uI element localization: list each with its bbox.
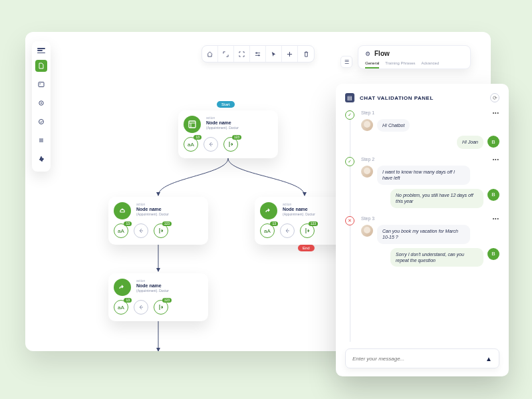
node-kind: action (283, 202, 315, 206)
node-main-icon (260, 202, 277, 219)
chip-badge: 13 (124, 221, 132, 226)
step-status-ok-icon: ✓ (345, 157, 354, 166)
tab-advanced[interactable]: Advanced (422, 61, 440, 68)
tab-training-phrases[interactable]: Training Phrases (385, 61, 415, 68)
node-subtitle: (Appointment). Doctor (206, 126, 239, 130)
refresh-icon[interactable]: ⟳ (490, 93, 499, 102)
svg-point-0 (256, 52, 257, 53)
flow-shortcut-icon[interactable]: ☰ (340, 56, 352, 68)
flow-node[interactable]: action Node name (Appointment). Doctor a… (178, 110, 278, 158)
node-chip-in[interactable] (134, 223, 148, 238)
svg-rect-3 (39, 82, 44, 87)
node-chip-out[interactable]: 123 (300, 223, 315, 238)
sidebar-item-file[interactable] (35, 60, 47, 72)
chat-panel-title: CHAT VALIDATION PANEL (360, 95, 485, 101)
chip-badge: 123 (162, 298, 172, 303)
node-subtitle: (Appointment). Doctor (136, 212, 169, 216)
tag-end: End (298, 245, 315, 251)
bot-message: HI Joan (457, 136, 483, 148)
node-title: Node name (206, 120, 239, 125)
step-status-ok-icon: ✓ (345, 110, 354, 120)
bot-avatar: B (487, 189, 499, 201)
chip-badge: 13 (270, 221, 278, 226)
node-kind: action (136, 202, 169, 206)
flow-node[interactable]: action Node name (Appointment). Doctor a… (108, 197, 208, 245)
tab-general[interactable]: General (365, 61, 379, 68)
tool-settings[interactable] (250, 46, 266, 62)
chip-badge: 13 (194, 135, 201, 140)
sidebar-item-target[interactable] (35, 97, 47, 109)
tool-delete[interactable] (298, 46, 314, 62)
flow-node[interactable]: action Node name (Appointment). Doctor a… (108, 273, 208, 321)
step-label: Step 2 (361, 157, 374, 162)
svg-point-6 (41, 102, 42, 104)
chat-input[interactable] (352, 356, 480, 362)
chat-step: ✓ Step 1••• HI Chatbot HI JoanB (345, 106, 499, 153)
tool-add[interactable] (282, 46, 298, 62)
flow-title: Flow (374, 50, 390, 57)
tool-fullscreen[interactable] (234, 46, 250, 62)
user-avatar (361, 119, 373, 131)
gear-icon[interactable]: ⚙ (365, 51, 370, 57)
sidebar-item-plugin[interactable] (35, 153, 47, 165)
chat-step: ✕ Step 3••• Can you book my vacation for… (345, 212, 499, 271)
sidebar-item-image[interactable] (35, 78, 47, 90)
step-more[interactable]: ••• (493, 110, 499, 115)
node-kind: action (136, 279, 169, 283)
step-more[interactable]: ••• (493, 157, 499, 162)
chat-composer: ▲ (345, 348, 499, 368)
user-avatar (361, 225, 373, 237)
node-chip-text[interactable]: aA13 (114, 223, 128, 238)
node-title: Node name (136, 207, 169, 211)
node-title: Node name (283, 207, 315, 211)
svg-point-4 (40, 83, 41, 84)
node-chip-in[interactable] (280, 223, 295, 238)
chip-badge: 13 (124, 298, 132, 303)
node-chip-out[interactable]: 123 (154, 223, 168, 238)
node-main-icon (114, 279, 131, 296)
node-chip-in[interactable] (203, 137, 218, 152)
tool-home[interactable] (202, 46, 218, 62)
chip-badge: 123 (232, 135, 241, 140)
menu-icon[interactable] (37, 48, 45, 53)
bot-avatar: B (487, 136, 499, 148)
node-chip-text[interactable]: aA13 (184, 137, 198, 152)
sidebar-item-check[interactable] (35, 116, 47, 128)
user-message: HI Chatbot (377, 119, 410, 132)
svg-rect-2 (189, 121, 196, 128)
step-more[interactable]: ••• (493, 216, 499, 221)
user-message: Can you book my vacation for March 10-15… (377, 225, 470, 244)
node-chip-out[interactable]: 123 (154, 300, 168, 315)
bot-message: No problem, you still have 12 days off t… (390, 189, 483, 208)
flow-setting-card: ⚙ Flow General Training Phrases Advanced (358, 45, 471, 69)
svg-point-7 (39, 120, 44, 124)
user-message: I want to know how many days off I have … (377, 166, 470, 185)
user-avatar (361, 166, 373, 178)
node-subtitle: (Appointment). Doctor (136, 289, 169, 293)
step-status-error-icon: ✕ (345, 216, 354, 225)
send-icon[interactable]: ▲ (485, 355, 492, 362)
svg-point-1 (258, 55, 259, 56)
node-main-icon (184, 116, 201, 133)
step-label: Step 1 (361, 110, 374, 115)
left-sidebar (32, 41, 51, 172)
node-chip-in[interactable] (134, 300, 148, 315)
flow-tabs: General Training Phrases Advanced (365, 61, 464, 68)
chip-badge: 123 (162, 221, 172, 226)
tool-expand[interactable] (218, 46, 234, 62)
node-kind: action (206, 116, 239, 120)
node-chip-text[interactable]: aA13 (260, 223, 275, 238)
node-subtitle: (Appointment). Doctor (283, 212, 315, 216)
tag-start: Start (217, 101, 235, 108)
chat-validation-panel: ▤ CHAT VALIDATION PANEL ⟳ ✓ Step 1••• HI… (336, 84, 509, 376)
node-chip-out[interactable]: 123 (223, 137, 238, 152)
tool-pointer[interactable] (266, 46, 282, 62)
chat-step: ✓ Step 2••• I want to know how many days… (345, 153, 499, 212)
chip-badge: 123 (309, 221, 318, 226)
step-label: Step 3 (361, 216, 374, 221)
chat-icon: ▤ (345, 93, 354, 102)
chat-steps: ✓ Step 1••• HI Chatbot HI JoanB ✓ Step 2… (345, 106, 499, 348)
sidebar-item-list[interactable] (35, 134, 47, 146)
canvas-toolbar (201, 45, 315, 63)
node-chip-text[interactable]: aA13 (114, 300, 128, 315)
